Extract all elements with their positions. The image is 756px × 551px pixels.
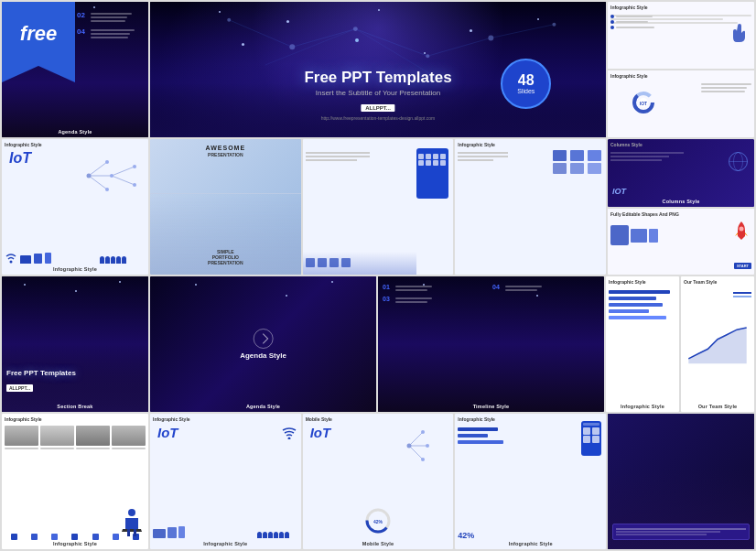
globe-svg — [727, 150, 750, 173]
simple-portfolio-1: SIMPLEPORTFOLIOPRESENTATION — [150, 249, 301, 265]
free-badge-shape: free — [2, 2, 75, 66]
bg2 — [570, 150, 584, 161]
line4c — [91, 37, 128, 38]
iot2-lines — [306, 150, 370, 163]
sb-content: Agenda Style — [240, 329, 286, 360]
start-button[interactable]: START — [734, 263, 751, 269]
al3 — [505, 286, 542, 287]
globe-icon — [727, 150, 750, 177]
leg2 — [733, 296, 751, 297]
mobile-title: Infographic Style — [458, 416, 495, 422]
slide-infographic-r2[interactable]: Infographic Style IOT — [608, 70, 754, 137]
tp2-img — [40, 426, 74, 446]
bg5 — [570, 163, 584, 174]
free-badge[interactable]: free — [2, 2, 75, 66]
al4 — [505, 289, 537, 291]
slide-section-break[interactable]: Agenda Style Agenda Style — [150, 276, 376, 412]
pdl1 — [458, 152, 508, 154]
id2 — [167, 527, 177, 538]
line-r1b — [616, 21, 648, 23]
wifi-icon-2 — [282, 427, 297, 443]
team-label: Infographic Style — [53, 541, 97, 546]
mobile-bars — [458, 425, 508, 447]
sb-arrow — [258, 333, 268, 343]
slide-infographic6[interactable] — [608, 414, 754, 549]
info4-chart — [684, 290, 751, 398]
slide-our-team[interactable]: Infographic Style — [2, 414, 148, 549]
al1 — [395, 286, 432, 287]
hero-url: http://www.freepresentation-templates-de… — [304, 115, 451, 121]
svg-text:IOT: IOT — [640, 101, 647, 106]
info6-monitor — [612, 524, 750, 540]
tb1 — [609, 290, 670, 294]
slide-shapes[interactable]: Fully Editable Shapes And PNG — [608, 209, 754, 275]
apps-grid — [418, 154, 447, 166]
ag2-lines2 — [502, 284, 545, 293]
slide-infographic4[interactable]: Our Team Style Our Team Style — [681, 276, 754, 412]
svg-line-41 — [409, 446, 423, 459]
svg-line-3 — [427, 38, 491, 56]
agenda-item-2: 02 — [77, 11, 143, 24]
line-r1c — [616, 27, 654, 28]
slide-columns[interactable]: Columns Style — [608, 139, 754, 207]
slide-person-data[interactable]: Infographic Style — [455, 139, 606, 275]
mb3 — [458, 440, 503, 444]
people2 — [257, 532, 298, 538]
id1 — [153, 529, 166, 538]
svg-line-18 — [89, 162, 107, 176]
wifi-icon — [5, 253, 17, 264]
shape-person — [610, 225, 629, 245]
app1 — [418, 154, 424, 159]
team-photos-row — [5, 426, 146, 446]
wifi-svg2 — [282, 427, 297, 439]
slide-awesome[interactable]: AWESOME PRESENTATION SIMPLEPORTFOLIOPRES… — [150, 139, 301, 275]
app2 — [426, 154, 431, 159]
info4-title: Our Team Style — [684, 279, 717, 285]
svg-line-22 — [112, 176, 135, 185]
slide-hero[interactable]: Free PPT Templates Insert the Subtitle o… — [150, 2, 606, 137]
ma4 — [592, 436, 599, 443]
svg-point-28 — [133, 183, 136, 187]
person2 — [105, 256, 110, 264]
slide-infographic5[interactable]: Infographic Style IoT — [150, 414, 301, 549]
phone-apps — [416, 148, 448, 199]
svg-point-10 — [426, 54, 429, 58]
slide-infographic-r1[interactable]: Infographic Style — [608, 2, 754, 69]
slide-iot2[interactable] — [303, 139, 454, 275]
bg3 — [588, 150, 601, 161]
shapes-icons — [610, 225, 658, 245]
info-r1-list — [610, 13, 654, 31]
slide-timeline[interactable]: Infographic Style Infographic Style — [606, 276, 679, 412]
slide-iot1[interactable]: Infographic Style IoT — [2, 139, 148, 275]
dot-r1b — [610, 20, 614, 24]
dot-r1 — [610, 15, 614, 18]
ag2-n2: 04 — [492, 284, 500, 293]
awesome-subtitle: PRESENTATION — [150, 152, 301, 157]
tl-label: Infographic Style — [621, 404, 664, 409]
svg-point-23 — [87, 174, 92, 178]
slide-iot3[interactable]: Mobile Style IoT 42% — [303, 414, 454, 549]
full-layout: 01 02 — [0, 0, 756, 551]
tl-bars — [609, 287, 676, 322]
iot-lines — [80, 157, 144, 194]
svg-point-45 — [421, 458, 425, 461]
columns-label: Columns Style — [663, 199, 700, 204]
pp3 — [268, 532, 273, 538]
tp3-img — [76, 426, 110, 446]
icon-grid — [306, 258, 351, 267]
right-col-top: Infographic Style — [608, 2, 754, 137]
slide-agenda2[interactable]: 01 04 — [378, 276, 604, 412]
fppt-logo: ALLPPT... — [6, 384, 33, 392]
si5 — [92, 534, 99, 540]
pct-svg: 42% — [364, 507, 392, 535]
lr2c — [701, 91, 745, 92]
ms2 — [616, 531, 720, 533]
slide-mobile[interactable]: Infographic Style — [455, 414, 606, 549]
ag2-i1: 01 — [383, 284, 490, 293]
tl-title: Infographic Style — [609, 279, 646, 285]
slide-free-ppt[interactable]: Free PPT Templates ALLPPT... Section Bre… — [2, 276, 148, 412]
sb-label: Agenda Style — [246, 404, 280, 409]
iot3-label2: Mobile Style — [362, 541, 394, 546]
num4: 04 — [77, 27, 85, 36]
row-3: Free PPT Templates ALLPPT... Section Bre… — [2, 276, 754, 412]
